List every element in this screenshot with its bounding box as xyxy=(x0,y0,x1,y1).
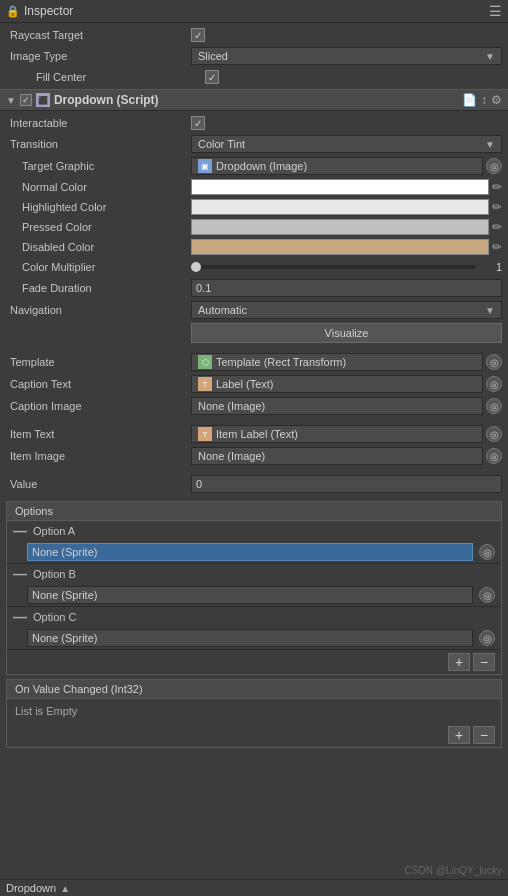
option-b-header: — Option B xyxy=(7,564,501,584)
option-c-sprite-row: None (Sprite) ◎ xyxy=(7,627,501,649)
normal-color-value: ✏ xyxy=(191,179,502,195)
component-icon-1[interactable]: 📄 xyxy=(462,93,477,107)
option-b-item: — Option B None (Sprite) ◎ xyxy=(7,564,501,607)
fade-duration-input[interactable] xyxy=(191,279,502,297)
option-c-picker[interactable]: ◎ xyxy=(479,630,495,646)
color-multiplier-thumb[interactable] xyxy=(191,262,201,272)
options-remove-button[interactable]: − xyxy=(473,653,495,671)
color-multiplier-number: 1 xyxy=(482,261,502,273)
item-text-value: T Item Label (Text) ◎ xyxy=(191,425,502,443)
option-a-sprite-row: None (Sprite) ◎ xyxy=(7,541,501,563)
bottom-bar-arrow[interactable]: ▲ xyxy=(60,883,70,894)
component-settings[interactable]: ⚙ xyxy=(491,93,502,107)
template-label: Template xyxy=(6,356,191,368)
caption-text-field[interactable]: T Label (Text) xyxy=(191,375,483,393)
fill-center-label: Fill Center xyxy=(20,71,205,83)
lock-icon[interactable]: 🔒 xyxy=(6,5,20,18)
inspector-title: Inspector xyxy=(24,4,73,18)
event-add-remove-row: + − xyxy=(7,723,501,747)
normal-color-row: Normal Color ✏ xyxy=(0,177,508,197)
event-add-button[interactable]: + xyxy=(448,726,470,744)
highlighted-color-row: Highlighted Color ✏ xyxy=(0,197,508,217)
navigation-row: Navigation Automatic ▼ xyxy=(0,299,508,321)
item-image-row: Item Image None (Image) ◎ xyxy=(0,445,508,467)
option-c-dash[interactable]: — xyxy=(13,609,27,625)
item-image-field[interactable]: None (Image) xyxy=(191,447,483,465)
pressed-color-field[interactable] xyxy=(191,219,489,235)
template-picker[interactable]: ◎ xyxy=(486,354,502,370)
caption-image-row: Caption Image None (Image) ◎ xyxy=(0,395,508,417)
component-expand-arrow[interactable]: ▼ xyxy=(6,95,16,106)
transition-dropdown[interactable]: Color Tint ▼ xyxy=(191,135,502,153)
disabled-color-edit[interactable]: ✏ xyxy=(492,240,502,254)
option-b-picker[interactable]: ◎ xyxy=(479,587,495,603)
pressed-color-edit[interactable]: ✏ xyxy=(492,220,502,234)
component-icons: 📄 ↕ ⚙ xyxy=(462,93,502,107)
value-label: Value xyxy=(6,478,191,490)
caption-text-label: Caption Text xyxy=(6,378,191,390)
caption-text-row: Caption Text T Label (Text) ◎ xyxy=(0,373,508,395)
item-image-label: Item Image xyxy=(6,450,191,462)
bottom-bar: Dropdown ▲ xyxy=(0,879,508,896)
option-b-sprite-field[interactable]: None (Sprite) xyxy=(27,586,473,604)
event-section: On Value Changed (Int32) List is Empty +… xyxy=(6,679,502,748)
target-graphic-field[interactable]: ▣ Dropdown (Image) xyxy=(191,157,483,175)
item-image-picker[interactable]: ◎ xyxy=(486,448,502,464)
caption-image-label: Caption Image xyxy=(6,400,191,412)
pressed-color-value: ✏ xyxy=(191,219,502,235)
template-field[interactable]: ⬡ Template (Rect Transform) xyxy=(191,353,483,371)
highlighted-color-edit[interactable]: ✏ xyxy=(492,200,502,214)
image-type-arrow: ▼ xyxy=(485,51,495,62)
navigation-dropdown[interactable]: Automatic ▼ xyxy=(191,301,502,319)
highlighted-color-field[interactable] xyxy=(191,199,489,215)
normal-color-field[interactable] xyxy=(191,179,489,195)
caption-image-picker[interactable]: ◎ xyxy=(486,398,502,414)
component-checkbox[interactable]: ✓ xyxy=(20,94,32,106)
color-multiplier-row: Color Multiplier 1 xyxy=(0,257,508,277)
fill-center-checkbox[interactable]: ✓ xyxy=(205,70,219,84)
raycast-target-label: Raycast Target xyxy=(6,29,191,41)
navigation-value: Automatic ▼ xyxy=(191,301,502,319)
option-a-dash[interactable]: — xyxy=(13,523,27,539)
component-body: Interactable ✓ Transition Color Tint ▼ T… xyxy=(0,111,508,497)
target-graphic-label: Target Graphic xyxy=(6,160,191,172)
image-type-value: Sliced ▼ xyxy=(191,47,502,65)
menu-icon[interactable]: ☰ xyxy=(489,3,502,19)
component-icon-2[interactable]: ↕ xyxy=(481,93,487,107)
raycast-target-checkbox[interactable]: ✓ xyxy=(191,28,205,42)
option-b-dash[interactable]: — xyxy=(13,566,27,582)
disabled-color-label: Disabled Color xyxy=(6,241,191,253)
visualize-button[interactable]: Visualize xyxy=(191,323,502,343)
highlighted-color-value: ✏ xyxy=(191,199,502,215)
item-text-field[interactable]: T Item Label (Text) xyxy=(191,425,483,443)
event-remove-button[interactable]: − xyxy=(473,726,495,744)
normal-color-edit[interactable]: ✏ xyxy=(492,180,502,194)
color-multiplier-track[interactable] xyxy=(191,265,476,269)
image-type-label: Image Type xyxy=(6,50,191,62)
option-a-picker[interactable]: ◎ xyxy=(479,544,495,560)
interactable-checkbox[interactable]: ✓ xyxy=(191,116,205,130)
value-input[interactable] xyxy=(191,475,502,493)
bottom-item-label: Dropdown xyxy=(6,882,56,894)
item-text-picker[interactable]: ◎ xyxy=(486,426,502,442)
transition-row: Transition Color Tint ▼ xyxy=(0,133,508,155)
option-a-sprite-field[interactable]: None (Sprite) xyxy=(27,543,473,561)
options-add-button[interactable]: + xyxy=(448,653,470,671)
option-b-sprite-row: None (Sprite) ◎ xyxy=(7,584,501,606)
caption-image-value: None (Image) ◎ xyxy=(191,397,502,415)
image-type-dropdown[interactable]: Sliced ▼ xyxy=(191,47,502,65)
value-row: Value xyxy=(0,473,508,495)
option-c-sprite-field[interactable]: None (Sprite) xyxy=(27,629,473,647)
item-text-row: Item Text T Item Label (Text) ◎ xyxy=(0,423,508,445)
target-graphic-row: Target Graphic ▣ Dropdown (Image) ◎ xyxy=(0,155,508,177)
target-graphic-picker[interactable]: ◎ xyxy=(486,158,502,174)
options-section: Options — Option A None (Sprite) ◎ — Opt… xyxy=(6,501,502,675)
disabled-color-field[interactable] xyxy=(191,239,489,255)
caption-text-icon: T xyxy=(198,377,212,391)
template-row: Template ⬡ Template (Rect Transform) ◎ xyxy=(0,351,508,373)
pressed-color-label: Pressed Color xyxy=(6,221,191,233)
caption-image-field[interactable]: None (Image) xyxy=(191,397,483,415)
image-type-row: Image Type Sliced ▼ xyxy=(0,45,508,67)
caption-text-picker[interactable]: ◎ xyxy=(486,376,502,392)
item-image-value: None (Image) ◎ xyxy=(191,447,502,465)
